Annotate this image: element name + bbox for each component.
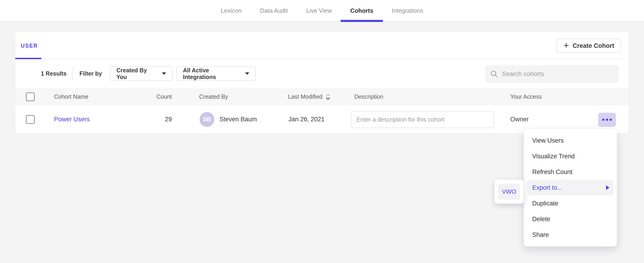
tab-data-audit[interactable]: Data Audit [260,0,288,22]
card-header: USER + Create Cohort [15,32,629,59]
filter-by-label: Filter by [80,59,102,88]
header-description: Description [354,88,383,105]
vertical-divider [72,67,72,80]
last-modified-date: Jan 26, 2021 [288,105,324,133]
search-icon [490,70,498,78]
more-icon [602,119,604,121]
created-by-filter-value: Created By You [116,67,158,80]
header-last-modified[interactable]: Last Modified [288,88,331,105]
header-your-access: Your Access [510,88,542,105]
top-navigation: Lexicon Data Audit Live View Cohorts Int… [0,0,644,22]
chevron-down-icon [162,72,166,75]
results-count: 1 Results [41,59,66,88]
sort-icon[interactable] [325,93,331,101]
export-to-label: Export to... [532,184,562,191]
tab-user[interactable]: USER [21,43,38,49]
row-context-menu: View Users Visualize Trend Refresh Count… [524,129,617,246]
tab-cohorts[interactable]: Cohorts [350,0,373,22]
header-created-by: Created By [199,88,228,105]
tab-integrations[interactable]: Integrations [392,0,423,22]
create-cohort-button[interactable]: + Create Cohort [557,39,621,53]
table-header-row: Cohort Name Count Created By Last Modifi… [15,88,629,105]
submenu-arrow-icon [606,185,609,190]
description-input[interactable] [351,111,494,128]
menu-item-share[interactable]: Share [524,227,617,243]
more-actions-button[interactable] [598,113,616,127]
menu-item-delete[interactable]: Delete [524,211,617,227]
menu-item-refresh-count[interactable]: Refresh Count [524,164,617,180]
select-all-checkbox[interactable] [26,92,35,101]
search-input[interactable] [502,71,614,78]
created-by-filter-dropdown[interactable]: Created By You [110,66,172,81]
cohorts-card: USER + Create Cohort 1 Results Filter by… [15,32,629,133]
plus-icon: + [564,41,569,50]
menu-item-export-to[interactable]: Export to... [527,180,614,195]
header-count: Count [126,88,172,105]
filter-row: 1 Results Filter by Created By You All A… [15,59,629,88]
tab-lexicon[interactable]: Lexicon [221,0,242,22]
menu-item-visualize-trend[interactable]: Visualize Trend [524,148,617,164]
avatar: SB [200,112,214,127]
tab-live-view[interactable]: Live View [306,0,332,22]
more-icon [610,119,612,121]
header-last-modified-label: Last Modified [288,93,322,100]
submenu-item-vwo[interactable]: VWO [498,184,520,200]
menu-item-duplicate[interactable]: Duplicate [524,195,617,211]
row-checkbox[interactable] [26,115,35,124]
integrations-filter-value: All Active Integrations [183,67,241,80]
export-submenu: VWO [494,180,524,204]
chevron-down-icon [245,72,249,75]
cohort-count: 29 [126,105,172,133]
header-cohort-name: Cohort Name [54,88,88,105]
integrations-filter-dropdown[interactable]: All Active Integrations [176,66,256,81]
created-by-name: Steven Baum [220,105,257,133]
cohort-name-link[interactable]: Power Users [54,116,90,123]
more-icon [606,119,608,121]
search-box [485,65,619,83]
menu-item-view-users[interactable]: View Users [524,133,617,148]
create-cohort-label: Create Cohort [572,42,614,50]
